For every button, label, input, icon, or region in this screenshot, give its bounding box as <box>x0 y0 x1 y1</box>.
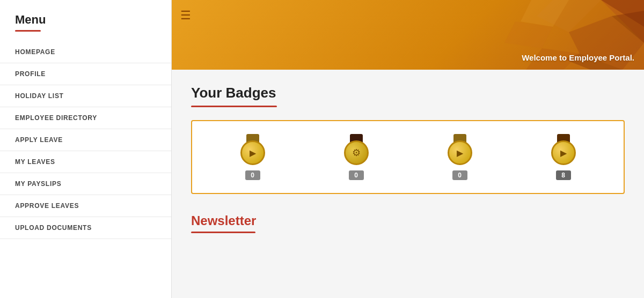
badge-circle-4: ▶ <box>551 140 576 165</box>
badge-item-1: ▶ 0 <box>240 134 265 180</box>
sidebar-item-profile[interactable]: Profile <box>0 63 171 85</box>
header-banner: ☰ Welcome to Employee Portal. <box>172 0 644 70</box>
sidebar-nav: Homepage Profile Holiday List Employee D… <box>0 41 171 298</box>
banner-welcome-text: Welcome to Employee Portal. <box>522 53 644 70</box>
badge-medal-4: ▶ <box>551 134 576 165</box>
newsletter-section: Newsletter <box>191 213 625 233</box>
badges-section-underline <box>191 106 277 107</box>
sidebar-item-employee-directory[interactable]: Employee Directory <box>0 107 171 129</box>
sidebar-item-apply-leave[interactable]: Apply Leave <box>0 129 171 151</box>
badges-box: ▶ 0 ⚙ 0 <box>191 120 625 194</box>
badge-medal-2: ⚙ <box>344 134 369 165</box>
badge-item-3: ▶ 0 <box>448 134 472 180</box>
badge-circle-3: ▶ <box>448 140 472 165</box>
badges-section: Your Badges ▶ 0 <box>191 85 625 194</box>
sidebar-menu-underline <box>15 30 41 32</box>
newsletter-title: Newsletter <box>191 213 625 228</box>
sidebar-menu-title: Menu <box>0 13 171 30</box>
sidebar-item-holiday-list[interactable]: Holiday List <box>0 85 171 107</box>
badge-count-3: 0 <box>452 170 467 180</box>
hamburger-icon[interactable]: ☰ <box>180 9 191 23</box>
badge-count-4: 8 <box>556 170 571 180</box>
badge-count-2: 0 <box>349 170 364 180</box>
page-content: Your Badges ▶ 0 <box>172 70 644 248</box>
main-content: ☰ Welcome to Employee Portal. Your Badge… <box>172 0 644 298</box>
sidebar-item-homepage[interactable]: Homepage <box>0 41 171 63</box>
badge-gear-icon-2: ⚙ <box>352 147 361 159</box>
sidebar-item-approve-leaves[interactable]: Approve Leaves <box>0 195 171 217</box>
badge-medal-1: ▶ <box>240 134 265 165</box>
badge-medal-3: ▶ <box>448 134 472 165</box>
badge-item-2: ⚙ 0 <box>344 134 369 180</box>
sidebar-item-upload-documents[interactable]: Upload Documents <box>0 217 171 239</box>
badge-play-icon-1: ▶ <box>250 148 256 158</box>
badges-section-title: Your Badges <box>191 85 625 101</box>
sidebar: Menu Homepage Profile Holiday List Emplo… <box>0 0 172 298</box>
sidebar-item-my-leaves[interactable]: My Leaves <box>0 151 171 173</box>
badge-count-1: 0 <box>245 170 260 180</box>
newsletter-underline <box>191 232 255 233</box>
badge-item-4: ▶ 8 <box>551 134 576 180</box>
badge-circle-2: ⚙ <box>344 140 369 165</box>
sidebar-item-my-payslips[interactable]: My Payslips <box>0 173 171 195</box>
badge-play-icon-3: ▶ <box>457 148 463 158</box>
badge-circle-1: ▶ <box>240 140 265 165</box>
badge-play-icon-4: ▶ <box>560 148 567 158</box>
